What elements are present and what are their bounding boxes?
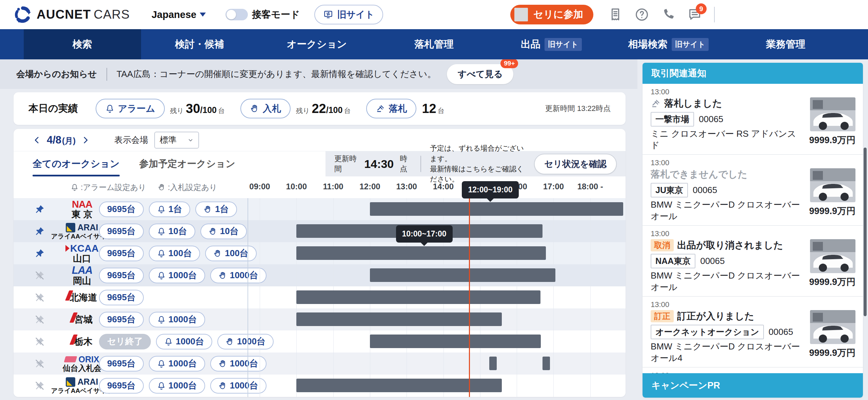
nav-item-6[interactable]: 相場検索旧サイト <box>610 29 727 59</box>
tab-participating-auctions[interactable]: 参加予定オークション <box>139 151 235 176</box>
bell-icon <box>157 227 166 236</box>
nav-item-7[interactable]: 業務管理 <box>727 29 844 59</box>
next-day-button[interactable] <box>81 136 90 145</box>
schedule-bar[interactable] <box>296 246 546 260</box>
auction-status-button[interactable]: セリ状況を確認 <box>534 154 617 174</box>
pin-off-icon-button[interactable] <box>35 337 45 347</box>
alarm-unit: 台 <box>218 106 225 115</box>
nav-item-2[interactable]: 検討・候補 <box>141 29 258 59</box>
customer-mode-toggle-group: 接客モード <box>225 8 300 21</box>
notification-item-2[interactable]: 13:00落札できませんでしたJU東京00065BMW ミニクーパーD クロスオ… <box>643 155 863 226</box>
vehicle-count-badge[interactable]: 9695台 <box>99 290 144 305</box>
bid-count-badge[interactable]: 1000台 <box>217 334 274 349</box>
arai-logo-icon <box>66 377 75 387</box>
notification-item-1[interactable]: 13:00落札しました一撃市場00065ミニ クロスオーバー RS アドバンスド… <box>643 84 863 155</box>
alarm-count-badge[interactable]: 1000台 <box>149 268 205 283</box>
bid-count-badge[interactable]: 10台 <box>200 224 247 239</box>
alarm-count-badge[interactable]: 10台 <box>149 224 195 239</box>
vehicle-count-badge[interactable]: 9695台 <box>99 356 144 372</box>
notification-time: 13:00 <box>651 159 855 167</box>
campaign-pr-header[interactable]: キャンペーンPR <box>643 373 863 398</box>
nav-item-3[interactable]: オークション <box>258 29 375 59</box>
car-name: ミニ クロスオーバー RS アドバンスド <box>651 128 805 151</box>
pin-icon-button[interactable] <box>35 226 45 236</box>
pin-icon-button[interactable] <box>35 204 45 214</box>
schedule-bar[interactable] <box>296 312 502 326</box>
car-photo <box>810 310 855 344</box>
schedule-update-info: 更新時間 14:30 時点 予定は、ずれる場合がございます。 最新情報はこちらを… <box>326 151 626 176</box>
vehicle-count-badge[interactable]: 9695台 <box>99 202 144 217</box>
row-badges: 9695台 <box>99 290 144 305</box>
phone-icon[interactable] <box>660 7 676 22</box>
bid-count-badge[interactable]: 1台 <box>195 202 237 217</box>
venue-logo-text: LAA <box>72 265 93 276</box>
pin-off-icon-button[interactable] <box>35 270 45 281</box>
schedule-bar[interactable] <box>370 202 623 216</box>
pin-icon-button[interactable] <box>35 248 45 259</box>
car-thumbnail[interactable] <box>810 97 855 131</box>
bid-count-badge[interactable]: 1000台 <box>210 378 267 394</box>
toggle-knob <box>226 10 236 19</box>
venue-filter-select[interactable]: 標準 <box>154 132 199 149</box>
notification-item-5[interactable]: 13:00訂正訂正が入りました <box>643 367 863 373</box>
schedule-bar[interactable] <box>370 335 541 348</box>
language-selector[interactable]: Japanese <box>152 9 206 20</box>
bid-stat-button[interactable]: 入札 <box>240 99 291 118</box>
chat-icon[interactable]: 9 <box>687 7 703 22</box>
vehicle-count-badge[interactable]: 9695台 <box>99 224 144 239</box>
car-thumbnail[interactable] <box>810 310 855 344</box>
join-auction-button[interactable]: セリに参加 <box>510 5 593 24</box>
alarm-stat-button[interactable]: アラーム <box>96 99 165 118</box>
alarm-count-badge[interactable]: 100台 <box>149 246 200 261</box>
nav-item-4[interactable]: 落札管理 <box>375 29 493 59</box>
legacy-site-button[interactable]: 旧サイト <box>314 5 383 24</box>
nav-item-5[interactable]: 出品旧サイト <box>493 29 610 59</box>
notification-item-4[interactable]: 13:00訂正訂正が入りましたオークネットオークション00065BMW ミニクー… <box>643 297 863 367</box>
venue-name: 宮城 <box>74 315 93 324</box>
bell-icon <box>71 183 79 191</box>
win-stat-button[interactable]: 落札 <box>366 99 416 118</box>
nav-item-1[interactable]: 検索 <box>24 29 141 59</box>
brand-logo[interactable]: AUCNETCARS <box>14 5 130 24</box>
schedule-bar[interactable] <box>542 357 550 370</box>
alarm-count-badge[interactable]: 1000台 <box>149 356 205 372</box>
car-thumbnail[interactable] <box>810 168 855 202</box>
customer-mode-toggle[interactable] <box>225 9 248 20</box>
bid-count-badge[interactable]: 100台 <box>205 246 256 261</box>
pin-off-icon-button[interactable] <box>35 359 45 369</box>
help-icon[interactable] <box>634 7 650 22</box>
chevron-down-icon <box>200 13 206 17</box>
pin-off-icon <box>35 359 45 369</box>
receipt-icon[interactable] <box>608 7 623 22</box>
view-all-announcements-button[interactable]: すべて見る 99+ <box>447 64 513 84</box>
row-badges: 9695台1台1台 <box>99 202 237 217</box>
venue-filter-value: 標準 <box>160 134 177 146</box>
pin-off-icon-button[interactable] <box>35 292 45 303</box>
nav-item-label: オークション <box>287 38 347 51</box>
pin-off-icon-button[interactable] <box>35 315 45 325</box>
join-auction-label: セリに参加 <box>533 8 583 21</box>
alarm-count-badge[interactable]: 1000台 <box>149 312 205 327</box>
schedule-bar[interactable] <box>489 357 497 370</box>
tab-all-auctions[interactable]: 全てのオークション <box>33 151 120 176</box>
prev-day-button[interactable] <box>33 136 41 145</box>
schedule-bar[interactable] <box>370 268 555 282</box>
bid-count-badge[interactable]: 1000台 <box>210 356 267 372</box>
vehicle-count-badge[interactable]: 9695台 <box>99 246 144 261</box>
alarm-count-badge[interactable]: 1000台 <box>156 334 212 349</box>
bid-count-badge[interactable]: 1000台 <box>210 268 267 283</box>
vehicle-count-badge[interactable]: 9695台 <box>99 312 144 327</box>
pin-off-icon-button[interactable] <box>35 381 45 391</box>
alarm-count-badge[interactable]: 1000台 <box>149 378 205 394</box>
schedule-bar[interactable] <box>296 290 540 304</box>
current-date[interactable]: 4/8 (月) <box>47 134 76 146</box>
vehicle-count-badge[interactable]: 9695台 <box>99 378 144 394</box>
scrollbar-thumb[interactable] <box>864 148 867 316</box>
vehicle-count-badge[interactable]: 9695台 <box>99 268 144 283</box>
schedule-bar[interactable] <box>296 379 502 392</box>
app-header: AUCNETCARS Japanese 接客モード 旧サイト セリに参加 <box>0 0 868 29</box>
hand-icon <box>218 359 227 368</box>
notification-item-3[interactable]: 13:00取消出品が取り消されましたNAA東京00065BMW ミニクーパーD … <box>643 226 863 297</box>
alarm-count-badge[interactable]: 1台 <box>149 202 190 217</box>
car-thumbnail[interactable] <box>810 239 855 273</box>
